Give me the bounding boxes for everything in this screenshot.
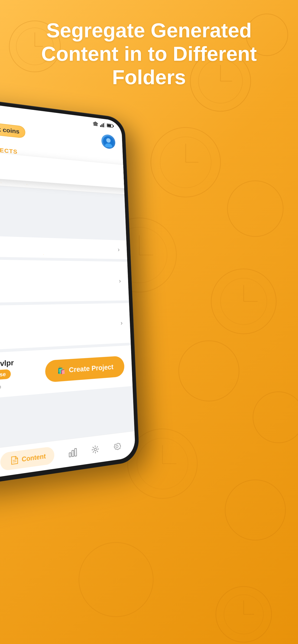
project-time: ago [0, 288, 120, 296]
nav-item-tools[interactable] [91, 444, 100, 455]
chevron-right-icon: › [125, 174, 127, 180]
content-icon [10, 455, 19, 466]
avatar [101, 134, 116, 149]
signal-icons [92, 121, 114, 128]
create-project-icon: 🛍️ [57, 366, 65, 375]
chevron-icon: › [120, 320, 123, 327]
project-name: design [0, 266, 119, 275]
nav-item-settings[interactable] [112, 441, 121, 452]
analytics-icon [68, 447, 78, 458]
signal-icon [100, 122, 105, 128]
project-card[interactable]: design reative ago › [0, 259, 129, 303]
project-card[interactable]: › [0, 235, 127, 259]
svg-point-13 [253, 392, 298, 443]
svg-rect-48 [69, 453, 71, 457]
svg-rect-37 [101, 124, 103, 127]
project-card-content [0, 246, 118, 250]
nav-content-label: Content [22, 452, 46, 464]
svg-point-17 [79, 542, 153, 617]
project-card[interactable]: on anced days ago › [0, 303, 131, 352]
nav-item-analytics[interactable] [68, 447, 78, 458]
svg-line-46 [13, 460, 16, 460]
svg-line-57 [97, 451, 98, 452]
coins-badge: 493.73 k coins [0, 120, 25, 138]
header-section: Segregate Generated Content in to Differ… [0, 18, 298, 89]
tools-icon [91, 444, 100, 455]
chevron-icon: › [118, 246, 120, 253]
svg-rect-38 [103, 123, 104, 127]
svg-line-58 [97, 446, 98, 448]
svg-marker-34 [92, 122, 98, 126]
svg-point-60 [116, 445, 118, 448]
wifi-icon [92, 121, 99, 126]
svg-line-55 [97, 449, 99, 449]
header-title: Segregate Generated Content in to Differ… [14, 18, 284, 89]
project-list: › design reative ago › on anced [0, 183, 133, 401]
svg-line-47 [13, 462, 17, 462]
create-project-label: Create Project [69, 363, 114, 374]
svg-point-16 [225, 480, 285, 540]
create-project-button[interactable]: 🛍️ Create Project [45, 356, 125, 383]
svg-rect-42 [113, 125, 114, 127]
phone-mockup: 493.73 k coins 📋 PROJECTS ts below for b… [0, 96, 139, 489]
svg-point-12 [179, 341, 239, 401]
svg-line-54 [92, 450, 93, 450]
project-card-content: on anced days ago [0, 310, 121, 344]
svg-point-7 [227, 181, 283, 236]
svg-rect-50 [75, 448, 77, 456]
svg-rect-36 [100, 125, 101, 127]
nav-item-content[interactable]: Content [0, 446, 55, 471]
project-time: days ago [0, 331, 121, 344]
svg-rect-39 [104, 123, 105, 128]
project-name: androiddvlpr [0, 357, 45, 370]
project-card-content: design reative ago [0, 266, 120, 296]
svg-line-56 [93, 447, 94, 448]
battery-icon [107, 123, 114, 128]
settings-icon [112, 441, 121, 452]
project-card-androiddvlpr[interactable]: androiddvlpr Very Precise 167 days ago 🛍… [0, 346, 133, 401]
chevron-icon: › [119, 278, 121, 284]
phone-outer-frame: 493.73 k coins 📋 PROJECTS ts below for b… [0, 96, 139, 489]
project-name: on [0, 310, 120, 322]
svg-line-59 [93, 451, 94, 453]
phone-screen: 493.73 k coins 📋 PROJECTS ts below for b… [0, 100, 136, 483]
svg-rect-49 [72, 450, 74, 456]
project-time: 167 days ago [0, 380, 46, 393]
svg-point-51 [94, 448, 96, 451]
project-card-content: androiddvlpr Very Precise 167 days ago [0, 357, 46, 393]
svg-rect-41 [107, 124, 111, 127]
project-tag-precise: Very Precise [0, 369, 11, 382]
